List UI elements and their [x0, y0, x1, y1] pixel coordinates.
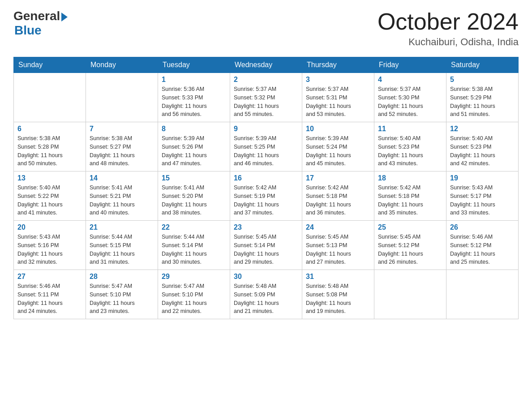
- calendar-cell: 17Sunrise: 5:42 AM Sunset: 5:18 PM Dayli…: [302, 171, 374, 221]
- day-info: Sunrise: 5:41 AM Sunset: 5:20 PM Dayligh…: [162, 184, 226, 217]
- page-header: General Blue October 2024 Kuchaiburi, Od…: [13, 9, 519, 48]
- day-info: Sunrise: 5:42 AM Sunset: 5:18 PM Dayligh…: [378, 184, 442, 217]
- calendar-cell: 14Sunrise: 5:41 AM Sunset: 5:21 PM Dayli…: [86, 171, 158, 221]
- day-number: 22: [162, 223, 226, 231]
- day-number: 6: [17, 125, 82, 133]
- calendar-cell: 30Sunrise: 5:48 AM Sunset: 5:09 PM Dayli…: [230, 270, 302, 319]
- calendar-cell: 27Sunrise: 5:46 AM Sunset: 5:11 PM Dayli…: [14, 270, 86, 319]
- day-info: Sunrise: 5:44 AM Sunset: 5:14 PM Dayligh…: [162, 233, 226, 266]
- column-header-wednesday: Wednesday: [230, 57, 302, 73]
- calendar-cell: 7Sunrise: 5:38 AM Sunset: 5:27 PM Daylig…: [86, 122, 158, 171]
- day-info: Sunrise: 5:45 AM Sunset: 5:12 PM Dayligh…: [378, 233, 442, 266]
- day-info: Sunrise: 5:47 AM Sunset: 5:10 PM Dayligh…: [90, 282, 154, 316]
- calendar-cell: 6Sunrise: 5:38 AM Sunset: 5:28 PM Daylig…: [14, 122, 86, 171]
- calendar-cell: 12Sunrise: 5:40 AM Sunset: 5:23 PM Dayli…: [446, 122, 519, 171]
- calendar-cell: 26Sunrise: 5:46 AM Sunset: 5:12 PM Dayli…: [446, 221, 519, 270]
- day-info: Sunrise: 5:48 AM Sunset: 5:08 PM Dayligh…: [306, 282, 370, 316]
- day-number: 16: [234, 174, 298, 182]
- day-number: 4: [378, 76, 442, 84]
- column-header-sunday: Sunday: [14, 57, 86, 73]
- day-info: Sunrise: 5:38 AM Sunset: 5:27 PM Dayligh…: [90, 134, 154, 168]
- location-title: Kuchaiburi, Odisha, India: [378, 36, 519, 48]
- day-number: 13: [17, 174, 82, 182]
- day-info: Sunrise: 5:46 AM Sunset: 5:11 PM Dayligh…: [17, 282, 82, 316]
- day-number: 27: [17, 273, 82, 281]
- logo-blue-text: Blue: [14, 23, 42, 38]
- calendar-cell: 28Sunrise: 5:47 AM Sunset: 5:10 PM Dayli…: [86, 270, 158, 319]
- day-number: 1: [162, 76, 226, 84]
- day-info: Sunrise: 5:43 AM Sunset: 5:16 PM Dayligh…: [17, 233, 82, 266]
- calendar-cell: 31Sunrise: 5:48 AM Sunset: 5:08 PM Dayli…: [302, 270, 374, 319]
- day-number: 24: [306, 223, 370, 231]
- day-number: 9: [234, 125, 298, 133]
- calendar-cell: 4Sunrise: 5:37 AM Sunset: 5:30 PM Daylig…: [374, 73, 446, 122]
- day-info: Sunrise: 5:45 AM Sunset: 5:14 PM Dayligh…: [234, 233, 298, 266]
- day-info: Sunrise: 5:36 AM Sunset: 5:33 PM Dayligh…: [162, 85, 226, 119]
- calendar-cell: 23Sunrise: 5:45 AM Sunset: 5:14 PM Dayli…: [230, 221, 302, 270]
- day-info: Sunrise: 5:43 AM Sunset: 5:17 PM Dayligh…: [450, 184, 515, 217]
- calendar-cell: 29Sunrise: 5:47 AM Sunset: 5:10 PM Dayli…: [158, 270, 230, 319]
- week-row-2: 6Sunrise: 5:38 AM Sunset: 5:28 PM Daylig…: [14, 122, 519, 171]
- calendar-cell: 2Sunrise: 5:37 AM Sunset: 5:32 PM Daylig…: [230, 73, 302, 122]
- column-header-monday: Monday: [86, 57, 158, 73]
- day-info: Sunrise: 5:39 AM Sunset: 5:25 PM Dayligh…: [234, 134, 298, 168]
- calendar-cell: 5Sunrise: 5:38 AM Sunset: 5:29 PM Daylig…: [446, 73, 519, 122]
- week-row-3: 13Sunrise: 5:40 AM Sunset: 5:22 PM Dayli…: [14, 171, 519, 221]
- logo-general-text: General: [13, 9, 60, 23]
- calendar-cell: 8Sunrise: 5:39 AM Sunset: 5:26 PM Daylig…: [158, 122, 230, 171]
- calendar-cell: 25Sunrise: 5:45 AM Sunset: 5:12 PM Dayli…: [374, 221, 446, 270]
- day-info: Sunrise: 5:44 AM Sunset: 5:15 PM Dayligh…: [90, 233, 154, 266]
- calendar-cell: 3Sunrise: 5:37 AM Sunset: 5:31 PM Daylig…: [302, 73, 374, 122]
- day-info: Sunrise: 5:38 AM Sunset: 5:29 PM Dayligh…: [450, 85, 515, 119]
- week-row-5: 27Sunrise: 5:46 AM Sunset: 5:11 PM Dayli…: [14, 270, 519, 319]
- calendar-cell: [86, 73, 158, 122]
- day-info: Sunrise: 5:42 AM Sunset: 5:19 PM Dayligh…: [234, 184, 298, 217]
- calendar-cell: 1Sunrise: 5:36 AM Sunset: 5:33 PM Daylig…: [158, 73, 230, 122]
- day-info: Sunrise: 5:39 AM Sunset: 5:26 PM Dayligh…: [162, 134, 226, 168]
- day-number: 31: [306, 273, 370, 281]
- day-number: 3: [306, 76, 370, 84]
- day-info: Sunrise: 5:48 AM Sunset: 5:09 PM Dayligh…: [234, 282, 298, 316]
- calendar-cell: 15Sunrise: 5:41 AM Sunset: 5:20 PM Dayli…: [158, 171, 230, 221]
- calendar-cell: [14, 73, 86, 122]
- week-row-1: 1Sunrise: 5:36 AM Sunset: 5:33 PM Daylig…: [14, 73, 519, 122]
- day-number: 19: [450, 174, 515, 182]
- day-number: 11: [378, 125, 442, 133]
- calendar-cell: 18Sunrise: 5:42 AM Sunset: 5:18 PM Dayli…: [374, 171, 446, 221]
- day-info: Sunrise: 5:39 AM Sunset: 5:24 PM Dayligh…: [306, 134, 370, 168]
- day-info: Sunrise: 5:42 AM Sunset: 5:18 PM Dayligh…: [306, 184, 370, 217]
- calendar-cell: 13Sunrise: 5:40 AM Sunset: 5:22 PM Dayli…: [14, 171, 86, 221]
- day-number: 26: [450, 223, 515, 231]
- day-number: 25: [378, 223, 442, 231]
- day-number: 12: [450, 125, 515, 133]
- column-header-thursday: Thursday: [302, 57, 374, 73]
- day-number: 5: [450, 76, 515, 84]
- calendar-cell: [446, 270, 519, 319]
- day-info: Sunrise: 5:37 AM Sunset: 5:30 PM Dayligh…: [378, 85, 442, 119]
- day-number: 29: [162, 273, 226, 281]
- calendar-cell: 11Sunrise: 5:40 AM Sunset: 5:23 PM Dayli…: [374, 122, 446, 171]
- day-number: 23: [234, 223, 298, 231]
- calendar-cell: 16Sunrise: 5:42 AM Sunset: 5:19 PM Dayli…: [230, 171, 302, 221]
- calendar-cell: 24Sunrise: 5:45 AM Sunset: 5:13 PM Dayli…: [302, 221, 374, 270]
- day-info: Sunrise: 5:47 AM Sunset: 5:10 PM Dayligh…: [162, 282, 226, 316]
- calendar-cell: 9Sunrise: 5:39 AM Sunset: 5:25 PM Daylig…: [230, 122, 302, 171]
- column-header-tuesday: Tuesday: [158, 57, 230, 73]
- calendar-cell: [374, 270, 446, 319]
- logo: General Blue: [13, 9, 68, 38]
- day-info: Sunrise: 5:45 AM Sunset: 5:13 PM Dayligh…: [306, 233, 370, 266]
- day-info: Sunrise: 5:46 AM Sunset: 5:12 PM Dayligh…: [450, 233, 515, 266]
- calendar-cell: 10Sunrise: 5:39 AM Sunset: 5:24 PM Dayli…: [302, 122, 374, 171]
- day-number: 2: [234, 76, 298, 84]
- day-number: 20: [17, 223, 82, 231]
- week-row-4: 20Sunrise: 5:43 AM Sunset: 5:16 PM Dayli…: [14, 221, 519, 270]
- day-number: 21: [90, 223, 154, 231]
- day-info: Sunrise: 5:37 AM Sunset: 5:31 PM Dayligh…: [306, 85, 370, 119]
- logo-arrow-icon: [61, 13, 68, 21]
- day-number: 7: [90, 125, 154, 133]
- calendar-table: SundayMondayTuesdayWednesdayThursdayFrid…: [13, 57, 519, 319]
- day-info: Sunrise: 5:40 AM Sunset: 5:23 PM Dayligh…: [378, 134, 442, 168]
- column-header-friday: Friday: [374, 57, 446, 73]
- title-section: October 2024 Kuchaiburi, Odisha, India: [378, 9, 519, 48]
- column-header-saturday: Saturday: [446, 57, 519, 73]
